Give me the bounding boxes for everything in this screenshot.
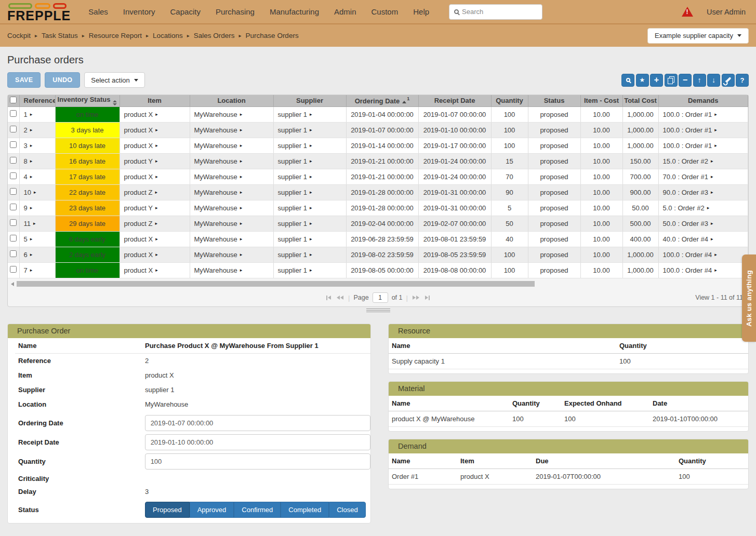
nav-item-admin[interactable]: Admin xyxy=(334,7,356,16)
col-header-supplier[interactable]: Supplier xyxy=(273,95,346,106)
reference-link[interactable]: 2▸ xyxy=(24,126,33,134)
export-button[interactable]: ↓ xyxy=(707,74,720,87)
quantity-input[interactable] xyxy=(145,453,370,470)
reference-link[interactable]: 7▸ xyxy=(24,266,33,274)
demand-link[interactable]: 15.0 : Order #2▸ xyxy=(663,157,713,165)
demand-link[interactable]: 50.0 : Order #3▸ xyxy=(663,220,713,227)
row-checkbox[interactable] xyxy=(10,235,17,242)
reference-link[interactable]: 6▸ xyxy=(24,251,33,259)
item-link[interactable]: product X▸ xyxy=(124,266,158,274)
supplier-link[interactable]: supplier 1▸ xyxy=(278,266,312,274)
item-link[interactable]: product X▸ xyxy=(124,235,158,243)
select-all-checkbox[interactable] xyxy=(10,97,17,103)
location-link[interactable]: MyWarehouse▸ xyxy=(194,111,243,118)
supplier-link[interactable]: supplier 1▸ xyxy=(278,251,312,259)
row-checkbox[interactable] xyxy=(10,266,17,273)
supplier-link[interactable]: supplier 1▸ xyxy=(278,235,312,243)
demand-link[interactable]: 70.0 : Order #1▸ xyxy=(663,173,713,181)
demand-link[interactable]: 5.0 : Order #2▸ xyxy=(663,204,710,212)
scrollbar-thumb[interactable] xyxy=(17,281,535,287)
location-link[interactable]: MyWarehouse▸ xyxy=(194,173,243,181)
status-completed-button[interactable]: Completed xyxy=(281,502,329,518)
demand-link[interactable]: 90.0 : Order #3▸ xyxy=(663,189,713,196)
save-button[interactable]: SAVE xyxy=(7,72,41,88)
breadcrumb-locations[interactable]: Locations xyxy=(153,32,183,39)
breadcrumb-purchase-orders[interactable]: Purchase Orders xyxy=(246,32,299,39)
row-checkbox[interactable] xyxy=(10,157,17,164)
supplier-link[interactable]: supplier 1▸ xyxy=(278,173,312,181)
frepple-logo[interactable]: FREPPLE xyxy=(7,2,71,22)
row-checkbox[interactable] xyxy=(10,204,17,210)
reference-link[interactable]: 10▸ xyxy=(24,189,36,196)
copy-rows-button[interactable] xyxy=(665,74,678,87)
search-filter-button[interactable] xyxy=(621,74,634,87)
nav-item-custom[interactable]: Custom xyxy=(372,7,399,16)
row-checkbox[interactable] xyxy=(10,219,17,226)
reference-link[interactable]: 4▸ xyxy=(24,173,33,181)
item-link[interactable]: product X▸ xyxy=(124,111,158,118)
supplier-link[interactable]: supplier 1▸ xyxy=(278,189,312,196)
row-checkbox[interactable] xyxy=(10,110,17,117)
col-header-ordering-date[interactable]: Ordering Date1 xyxy=(346,95,418,106)
col-header-quantity[interactable]: Quantity xyxy=(491,95,528,106)
col-header-location[interactable]: Location xyxy=(190,95,273,106)
row-checkbox[interactable] xyxy=(10,126,17,132)
demand-link[interactable]: 100.0 : Order #4▸ xyxy=(663,251,717,259)
location-link[interactable]: MyWarehouse▸ xyxy=(194,266,243,274)
location-link[interactable]: MyWarehouse▸ xyxy=(194,142,243,150)
breadcrumb-cockpit[interactable]: Cockpit xyxy=(7,32,31,39)
col-header-reference[interactable]: Reference xyxy=(19,95,55,106)
user-menu[interactable]: User Admin xyxy=(707,8,746,16)
supplier-link[interactable]: supplier 1▸ xyxy=(278,157,312,165)
col-header-receipt-date[interactable]: Receipt Date xyxy=(418,95,491,106)
breadcrumb-task-status[interactable]: Task Status xyxy=(42,32,78,39)
item-link[interactable]: product Y▸ xyxy=(124,157,158,165)
row-checkbox[interactable] xyxy=(10,141,17,148)
supplier-link[interactable]: supplier 1▸ xyxy=(278,142,312,150)
col-header-demands[interactable]: Demands xyxy=(658,95,748,106)
nav-item-help[interactable]: Help xyxy=(413,7,429,16)
item-link[interactable]: product X▸ xyxy=(124,251,158,259)
page-number-input[interactable] xyxy=(373,292,388,303)
location-link[interactable]: MyWarehouse▸ xyxy=(194,220,243,227)
item-link[interactable]: product X▸ xyxy=(124,173,158,181)
status-approved-button[interactable]: Approved xyxy=(190,502,234,518)
add-row-button[interactable]: + xyxy=(650,74,663,87)
col-header-total-cost[interactable]: Total Cost xyxy=(622,95,658,106)
alert-triangle-icon[interactable] xyxy=(682,7,693,17)
status-closed-button[interactable]: Closed xyxy=(329,502,365,518)
reference-link[interactable]: 1▸ xyxy=(24,111,33,118)
undo-button[interactable]: UNDO xyxy=(45,72,80,88)
item-link[interactable]: product Y▸ xyxy=(124,204,158,212)
grid-resize-handle[interactable] xyxy=(366,309,390,312)
supplier-link[interactable]: supplier 1▸ xyxy=(278,111,312,118)
import-button[interactable]: ↑ xyxy=(693,74,706,87)
row-checkbox[interactable] xyxy=(10,172,17,179)
breadcrumb-resource-report[interactable]: Resource Report xyxy=(89,32,142,39)
location-link[interactable]: MyWarehouse▸ xyxy=(194,126,243,134)
nav-item-inventory[interactable]: Inventory xyxy=(123,7,155,16)
demand-link[interactable]: 100.0 : Order #1▸ xyxy=(663,126,717,134)
delete-rows-button[interactable]: − xyxy=(679,74,692,87)
receipt-date-input[interactable] xyxy=(145,434,370,450)
reference-link[interactable]: 11▸ xyxy=(24,220,36,227)
nav-item-manufacturing[interactable]: Manufacturing xyxy=(270,7,319,16)
supplier-link[interactable]: supplier 1▸ xyxy=(278,126,312,134)
location-link[interactable]: MyWarehouse▸ xyxy=(194,204,243,212)
breadcrumb-sales-orders[interactable]: Sales Orders xyxy=(194,32,235,39)
demand-link[interactable]: 40.0 : Order #4▸ xyxy=(663,235,713,243)
last-page-button[interactable] xyxy=(424,294,431,301)
scenario-selector[interactable]: Example supplier capacity xyxy=(647,28,749,44)
first-page-button[interactable] xyxy=(325,294,332,301)
reference-link[interactable]: 5▸ xyxy=(24,235,33,243)
nav-item-sales[interactable]: Sales xyxy=(88,7,108,16)
customize-button[interactable] xyxy=(722,74,735,87)
ordering-date-input[interactable] xyxy=(145,415,370,431)
favorites-button[interactable]: ★ xyxy=(636,74,649,87)
help-button[interactable]: ? xyxy=(736,74,749,87)
reference-link[interactable]: 8▸ xyxy=(24,157,33,165)
supplier-link[interactable]: supplier 1▸ xyxy=(278,220,312,227)
status-proposed-button[interactable]: Proposed xyxy=(145,502,190,518)
col-header-item-cost[interactable]: Item - Cost xyxy=(580,95,622,106)
col-header-inventory-status[interactable]: Inventory Status xyxy=(55,95,120,106)
